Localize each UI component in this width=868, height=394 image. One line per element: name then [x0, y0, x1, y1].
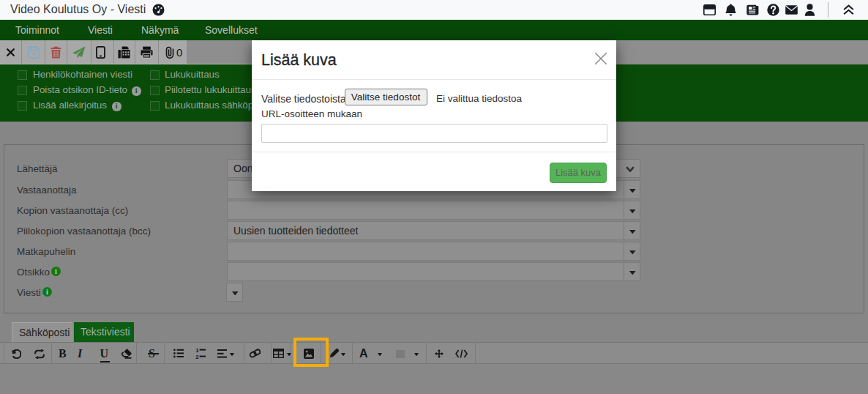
- svg-text:1: 1: [195, 347, 199, 354]
- svg-text:2: 2: [195, 354, 199, 360]
